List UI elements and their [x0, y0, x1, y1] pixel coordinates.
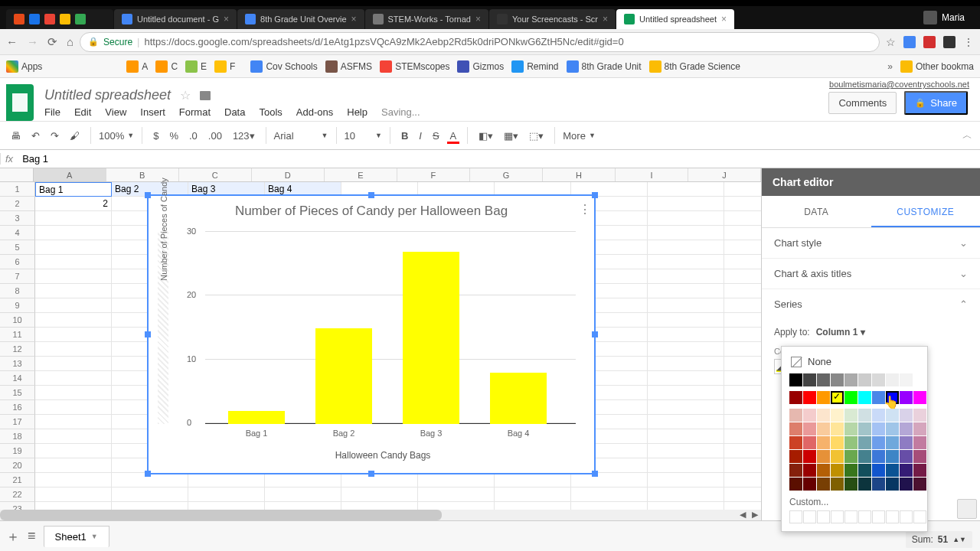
browser-profile[interactable]: Maria — [908, 6, 980, 29]
color-swatch[interactable] — [913, 436, 926, 449]
resize-handle[interactable] — [592, 331, 598, 337]
row-header[interactable]: 15 — [0, 386, 35, 400]
reload-icon[interactable]: ⟳ — [47, 35, 57, 49]
collapse-toolbar-icon[interactable]: ︿ — [962, 129, 972, 142]
fontsize-select[interactable]: 10▼ — [345, 130, 382, 142]
toolbar-more[interactable]: More ▼ — [563, 130, 596, 142]
resize-handle[interactable] — [368, 192, 374, 198]
bold-icon[interactable]: B — [398, 127, 411, 145]
color-swatch[interactable] — [817, 478, 830, 491]
dec-decrease-icon[interactable]: .0 — [186, 127, 201, 145]
color-swatch[interactable] — [900, 391, 913, 404]
col-header[interactable]: I — [616, 168, 688, 181]
row-header[interactable]: 12 — [0, 342, 35, 357]
row-header[interactable]: 19 — [0, 444, 35, 458]
row-header[interactable]: 22 — [0, 487, 35, 502]
color-swatch[interactable] — [872, 436, 885, 449]
color-swatch[interactable] — [817, 373, 830, 386]
color-swatch[interactable] — [803, 436, 816, 449]
color-swatch[interactable] — [900, 409, 913, 422]
color-swatch[interactable] — [803, 478, 816, 491]
browser-tab[interactable]: STEM-Works - Tornad× — [365, 9, 488, 29]
font-select[interactable]: Arial▼ — [274, 130, 328, 142]
bookmarks-overflow[interactable]: » — [887, 61, 893, 72]
color-swatch[interactable] — [844, 391, 858, 404]
row-header[interactable]: 16 — [0, 400, 35, 415]
bookmark[interactable]: Remind — [511, 60, 558, 73]
color-swatch[interactable] — [844, 373, 858, 386]
row-header[interactable]: 18 — [0, 429, 35, 444]
close-icon[interactable]: × — [603, 14, 608, 24]
color-swatch-empty[interactable] — [900, 510, 913, 523]
translate-icon[interactable] — [903, 36, 916, 48]
color-swatch-empty[interactable] — [803, 510, 816, 523]
col-header[interactable]: G — [470, 168, 543, 181]
namebox[interactable]: fx — [0, 153, 18, 165]
color-swatch[interactable] — [858, 450, 871, 463]
color-swatch-empty[interactable] — [817, 510, 830, 523]
color-swatch[interactable] — [872, 450, 885, 463]
section-chart-style[interactable]: Chart style⌄ — [762, 228, 980, 259]
color-swatch-empty[interactable] — [844, 510, 858, 523]
url-input[interactable]: 🔒 Secure | https://docs.google.com/sprea… — [80, 32, 880, 52]
strike-icon[interactable]: S — [430, 127, 443, 145]
section-series[interactable]: Series⌃ — [762, 289, 980, 319]
browser-tab[interactable]: 8th Grade Unit Overvie× — [237, 9, 364, 29]
sheets-logo-icon[interactable] — [6, 84, 34, 121]
tab-data[interactable]: DATA — [762, 196, 871, 227]
bookmark[interactable]: F — [214, 60, 235, 73]
color-swatch[interactable] — [817, 391, 830, 404]
zoom-select[interactable]: 100% ▼ — [99, 130, 134, 142]
close-icon[interactable]: × — [351, 14, 357, 24]
row-header[interactable]: 8 — [0, 284, 35, 298]
color-swatch-empty[interactable] — [789, 510, 802, 523]
color-swatch[interactable] — [789, 478, 802, 491]
ext-icon[interactable] — [923, 36, 936, 48]
menu-icon[interactable]: ⋮ — [963, 36, 974, 48]
percent-icon[interactable]: % — [166, 127, 181, 145]
bookmark[interactable]: STEMscopes — [380, 60, 449, 73]
menu-insert[interactable]: Insert — [140, 106, 165, 118]
row-header[interactable]: 14 — [0, 371, 35, 386]
color-swatch[interactable] — [900, 450, 913, 463]
color-custom[interactable]: Custom... — [789, 497, 920, 507]
cell[interactable]: 2 — [35, 197, 112, 211]
back-icon[interactable]: ← — [6, 35, 18, 49]
explore-button[interactable] — [957, 499, 977, 519]
menu-file[interactable]: File — [44, 106, 60, 118]
color-swatch[interactable] — [789, 373, 802, 386]
color-swatch[interactable] — [789, 450, 802, 463]
col-header[interactable]: F — [397, 168, 470, 181]
sheet-tab[interactable]: Sheet1▼ — [44, 526, 109, 547]
color-swatch-empty[interactable] — [831, 510, 844, 523]
row-header[interactable]: 17 — [0, 415, 35, 429]
close-icon[interactable]: × — [475, 14, 481, 24]
color-swatch[interactable] — [886, 450, 899, 463]
row-header[interactable]: 9 — [0, 298, 35, 313]
color-swatch[interactable] — [913, 409, 926, 422]
color-swatch[interactable] — [858, 422, 871, 435]
row-header[interactable]: 20 — [0, 458, 35, 473]
color-swatch[interactable] — [831, 450, 844, 463]
menu-tools[interactable]: Tools — [259, 106, 282, 118]
color-swatch[interactable] — [858, 464, 871, 477]
color-swatch-empty[interactable] — [872, 510, 885, 523]
color-swatch-empty[interactable] — [858, 510, 871, 523]
row-header[interactable]: 2 — [0, 197, 35, 211]
color-swatch[interactable] — [803, 450, 816, 463]
color-swatch[interactable] — [886, 409, 899, 422]
color-swatch[interactable] — [803, 422, 816, 435]
paintformat-icon[interactable]: 🖌 — [67, 127, 83, 145]
apps-shortcut[interactable]: Apps — [6, 60, 42, 73]
color-swatch[interactable] — [817, 436, 830, 449]
color-swatch[interactable] — [817, 464, 830, 477]
color-swatch[interactable] — [844, 450, 858, 463]
color-none[interactable]: None — [789, 353, 920, 373]
color-swatch[interactable] — [844, 478, 858, 491]
browser-tab-active[interactable]: Untitled spreadsheet× — [616, 9, 734, 29]
color-swatch[interactable] — [789, 391, 802, 404]
color-swatch[interactable] — [803, 464, 816, 477]
resize-handle[interactable] — [592, 192, 598, 198]
color-swatch[interactable] — [886, 478, 899, 491]
fillcolor-icon[interactable]: ◧▾ — [475, 127, 496, 145]
